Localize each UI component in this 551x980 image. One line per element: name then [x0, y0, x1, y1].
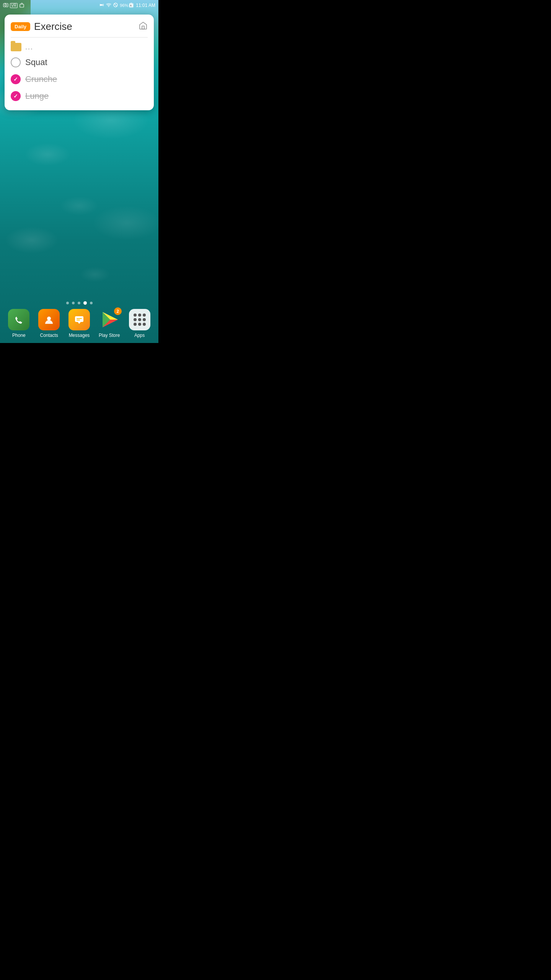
page-dot-0 [66, 302, 69, 304]
folder-row[interactable]: ... [11, 43, 148, 51]
playstore-label: Play Store [99, 333, 120, 338]
contacts-label: Contacts [40, 333, 58, 338]
status-left-icons: VR [3, 2, 24, 8]
widget-divider [11, 37, 148, 38]
grid-dot [138, 318, 141, 321]
dock-phone[interactable]: Phone [8, 309, 29, 338]
squat-checkbox[interactable] [11, 57, 21, 67]
phone-label: Phone [12, 333, 26, 338]
svg-rect-13 [77, 318, 82, 319]
crunche-label: Crunche [25, 74, 57, 84]
squat-label: Squat [25, 57, 47, 67]
apps-app-icon[interactable] [129, 309, 150, 330]
page-indicators [0, 301, 158, 305]
dock-apps[interactable]: Apps [129, 309, 150, 338]
page-dot-2 [78, 302, 80, 304]
grid-dot [134, 323, 137, 326]
svg-rect-3 [20, 4, 24, 7]
widget-title-area: Daily Exercise [11, 21, 72, 33]
grid-dot [143, 318, 146, 321]
dock-contacts[interactable]: Contacts [38, 309, 60, 338]
home-icon[interactable] [139, 21, 148, 33]
messages-label: Messages [69, 333, 90, 338]
svg-rect-2 [5, 3, 6, 4]
task-squat[interactable]: Squat [11, 57, 148, 67]
status-right-icons: 96% 11:01 AM [99, 2, 155, 8]
page-dot-1 [72, 302, 75, 304]
svg-rect-14 [77, 320, 80, 320]
svg-rect-8 [130, 3, 132, 4]
vr-icon: VR [10, 3, 18, 8]
grid-dot [134, 314, 137, 317]
svg-point-11 [47, 317, 51, 320]
status-time: 11:01 AM [136, 3, 155, 8]
lunge-checkbox[interactable] [11, 91, 21, 101]
grid-dot [138, 314, 141, 317]
widget-header: Daily Exercise [11, 21, 148, 33]
contacts-app-icon[interactable] [38, 309, 60, 330]
svg-rect-10 [142, 26, 144, 29]
mute-icon [99, 2, 104, 8]
grid-dot [134, 318, 137, 321]
dock: Phone Contacts Messages 2 [0, 307, 158, 343]
photo-icon [3, 2, 8, 8]
status-bar: VR [0, 0, 158, 11]
svg-rect-0 [3, 3, 8, 7]
svg-rect-9 [130, 4, 133, 7]
svg-rect-12 [75, 316, 83, 322]
folder-dots: ... [25, 43, 33, 51]
crunche-checkbox[interactable] [11, 74, 21, 84]
task-crunche[interactable]: Crunche [11, 74, 148, 84]
svg-point-1 [5, 4, 7, 6]
nosignal-icon [113, 2, 118, 8]
folder-icon [11, 43, 21, 51]
dock-playstore[interactable]: 2 Play Store [99, 309, 120, 338]
grid-dot [138, 323, 141, 326]
exercise-widget: Daily Exercise ... Squat Crunche Lunge [5, 15, 154, 110]
battery-percent: 96% [120, 3, 128, 8]
wifi-icon [106, 2, 111, 8]
dock-messages[interactable]: Messages [68, 309, 90, 338]
apps-grid [134, 314, 146, 326]
grid-dot [143, 314, 146, 317]
page-dot-4 [90, 302, 93, 304]
page-dot-3 [83, 301, 87, 305]
apps-label: Apps [134, 333, 145, 338]
playstore-icon-wrapper: 2 [99, 309, 120, 330]
lunge-label: Lunge [25, 91, 49, 101]
playstore-badge: 2 [114, 307, 122, 315]
battery-indicator: 96% [120, 3, 134, 8]
messages-app-icon[interactable] [68, 309, 90, 330]
grid-dot [143, 323, 146, 326]
daily-badge: Daily [11, 22, 30, 31]
bag-icon [19, 2, 24, 8]
phone-app-icon[interactable] [8, 309, 29, 330]
task-lunge[interactable]: Lunge [11, 91, 148, 101]
svg-line-6 [114, 4, 117, 7]
widget-title: Exercise [34, 21, 72, 33]
